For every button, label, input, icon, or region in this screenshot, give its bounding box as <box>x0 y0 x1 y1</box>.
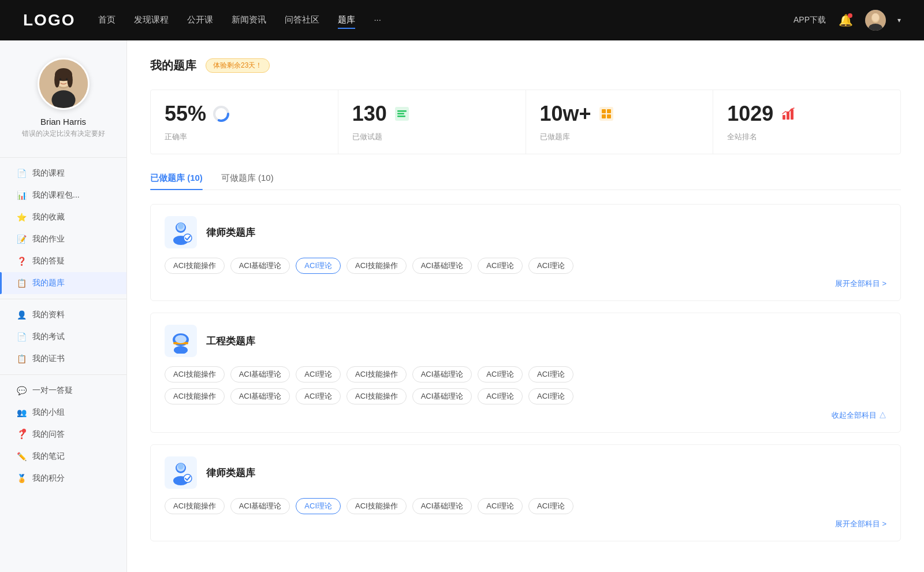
sidebar-item-points[interactable]: 🏅 我的积分 <box>0 467 126 489</box>
bank-tag-active[interactable]: ACI理论 <box>296 258 341 274</box>
stat-accuracy: 55% 正确率 <box>151 90 338 154</box>
nav-link-home[interactable]: 首页 <box>98 12 116 29</box>
svg-point-9 <box>67 72 72 87</box>
bank-tag[interactable]: ACI技能操作 <box>165 258 225 274</box>
bank-tag[interactable]: ACI理论 <box>478 366 523 382</box>
bank-tag[interactable]: ACI技能操作 <box>346 366 407 382</box>
bank-tag[interactable]: ACI技能操作 <box>346 498 407 514</box>
sidebar-item-label: 我的考试 <box>32 332 65 342</box>
sidebar-item-exam[interactable]: 📄 我的考试 <box>0 326 126 348</box>
sidebar-item-profile[interactable]: 👤 我的资料 <box>0 304 126 326</box>
sidebar-item-group[interactable]: 👥 我的小组 <box>0 402 126 424</box>
bank-tags-1: ACI技能操作 ACI基础理论 ACI理论 ACI技能操作 ACI基础理论 AC… <box>165 258 886 274</box>
bank-tag[interactable]: ACI基础理论 <box>230 388 290 404</box>
nav-link-open[interactable]: 公开课 <box>187 12 213 29</box>
bank-expand-1[interactable]: 展开全部科目 > <box>165 278 886 289</box>
navbar: LOGO 首页 发现课程 公开课 新闻资讯 问答社区 题库 ··· APP下载 … <box>0 0 924 40</box>
sidebar-item-label: 我的笔记 <box>32 451 65 462</box>
bank-tag[interactable]: ACI基础理论 <box>412 258 472 274</box>
bank-tag[interactable]: ACI技能操作 <box>165 366 225 382</box>
nav-link-discover[interactable]: 发现课程 <box>134 12 169 29</box>
app-download-button[interactable]: APP下载 <box>793 15 826 25</box>
bank-tag[interactable]: ACI基础理论 <box>412 366 472 382</box>
bank-title-3: 律师类题库 <box>206 466 255 480</box>
bank-tag-active[interactable]: ACI理论 <box>296 498 341 514</box>
nav-logo[interactable]: LOGO <box>23 11 75 29</box>
sidebar-item-label: 我的作业 <box>32 234 65 244</box>
bank-tag[interactable]: ACI理论 <box>296 388 341 404</box>
svg-rect-22 <box>602 114 606 118</box>
stat-accuracy-label: 正确率 <box>165 132 324 142</box>
bank-tag[interactable]: ACI基础理论 <box>230 258 290 274</box>
svg-rect-18 <box>397 116 405 117</box>
bank-tag[interactable]: ACI理论 <box>528 366 573 382</box>
stat-ranking-label: 全站排名 <box>727 132 886 142</box>
nav-link-quiz[interactable]: 题库 <box>338 12 355 29</box>
stat-accuracy-value: 55% <box>165 102 206 126</box>
sidebar-divider-3 <box>0 374 126 375</box>
bank-expand-3[interactable]: 展开全部科目 > <box>165 519 886 529</box>
sidebar-item-tutor[interactable]: 💬 一对一答疑 <box>0 380 126 402</box>
stat-value-row: 55% <box>165 102 324 126</box>
bank-icon-engineer <box>165 325 197 357</box>
stat-done-questions-value: 130 <box>352 102 387 126</box>
sidebar-item-question-bank[interactable]: 📋 我的题库 <box>0 272 126 294</box>
nav-link-news[interactable]: 新闻资讯 <box>232 12 266 29</box>
page-layout: Brian Harris 错误的决定比没有决定要好 📄 我的课程 📊 我的课程包… <box>0 40 924 572</box>
accuracy-chart-icon <box>212 105 230 123</box>
bank-tag[interactable]: ACI理论 <box>528 388 573 404</box>
lawyer-icon-2 <box>168 460 193 485</box>
bank-tag[interactable]: ACI技能操作 <box>346 258 407 274</box>
bank-tag[interactable]: ACI理论 <box>296 366 341 382</box>
question-bank-icon: 📋 <box>16 278 27 288</box>
bank-tag[interactable]: ACI理论 <box>528 258 573 274</box>
sidebar-item-certificate[interactable]: 📋 我的证书 <box>0 348 126 370</box>
bank-tag[interactable]: ACI基础理论 <box>230 366 290 382</box>
svg-point-34 <box>175 335 187 343</box>
group-icon: 👥 <box>16 407 27 418</box>
profile-icon: 👤 <box>16 310 27 320</box>
tab-done-banks[interactable]: 已做题库 (10) <box>150 173 203 190</box>
bank-header-1: 律师类题库 <box>165 216 886 248</box>
qa-icon: ❓ <box>16 256 27 266</box>
sidebar: Brian Harris 错误的决定比没有决定要好 📄 我的课程 📊 我的课程包… <box>0 40 127 572</box>
banks-icon <box>597 105 616 123</box>
stat-value-row: 130 <box>352 102 512 126</box>
sidebar-item-my-qa[interactable]: ❓ 我的问答 <box>0 424 126 445</box>
notification-bell[interactable]: 🔔 <box>837 12 854 28</box>
bank-tag[interactable]: ACI理论 <box>528 498 573 514</box>
sidebar-item-notes[interactable]: ✏️ 我的笔记 <box>0 445 126 467</box>
bank-icon-lawyer-1 <box>165 216 197 248</box>
stat-done-banks: 10w+ 已做题库 <box>526 90 714 154</box>
nav-link-more[interactable]: ··· <box>374 12 381 29</box>
list-chart-icon <box>394 106 410 122</box>
bank-tag[interactable]: ACI基础理论 <box>412 388 472 404</box>
bank-collapse-2[interactable]: 收起全部科目 △ <box>165 410 886 421</box>
user-chevron-icon[interactable]: ▾ <box>897 16 901 24</box>
sidebar-motto: 错误的决定比没有决定要好 <box>13 129 114 139</box>
sidebar-item-homework[interactable]: 📝 我的作业 <box>0 228 126 250</box>
bank-tag[interactable]: ACI技能操作 <box>346 388 407 404</box>
svg-point-11 <box>59 78 61 81</box>
sidebar-username: Brian Harris <box>40 117 86 127</box>
nav-link-qa[interactable]: 问答社区 <box>285 12 319 29</box>
sidebar-item-favorites[interactable]: ⭐ 我的收藏 <box>0 206 126 228</box>
bank-tag[interactable]: ACI基础理论 <box>412 498 472 514</box>
bank-tag[interactable]: ACI技能操作 <box>165 498 225 514</box>
nav-links: 首页 发现课程 公开课 新闻资讯 问答社区 题库 ··· <box>98 12 770 29</box>
sidebar-profile: Brian Harris 错误的决定比没有决定要好 <box>0 58 126 153</box>
svg-point-30 <box>178 223 184 229</box>
bank-tag[interactable]: ACI理论 <box>478 258 523 274</box>
avatar-image <box>865 10 886 31</box>
bank-tag[interactable]: ACI基础理论 <box>230 498 290 514</box>
bank-tag[interactable]: ACI理论 <box>478 498 523 514</box>
stat-ranking: 1029 全站排名 <box>713 90 900 154</box>
bank-tag[interactable]: ACI技能操作 <box>165 388 225 404</box>
sidebar-item-my-courses[interactable]: 📄 我的课程 <box>0 162 126 184</box>
tab-available-banks[interactable]: 可做题库 (10) <box>221 173 274 190</box>
stats-row: 55% 正确率 130 <box>150 90 901 154</box>
user-avatar[interactable] <box>865 10 886 31</box>
sidebar-item-qa[interactable]: ❓ 我的答疑 <box>0 250 126 272</box>
bank-tag[interactable]: ACI理论 <box>478 388 523 404</box>
sidebar-item-course-pack[interactable]: 📊 我的课程包... <box>0 184 126 206</box>
